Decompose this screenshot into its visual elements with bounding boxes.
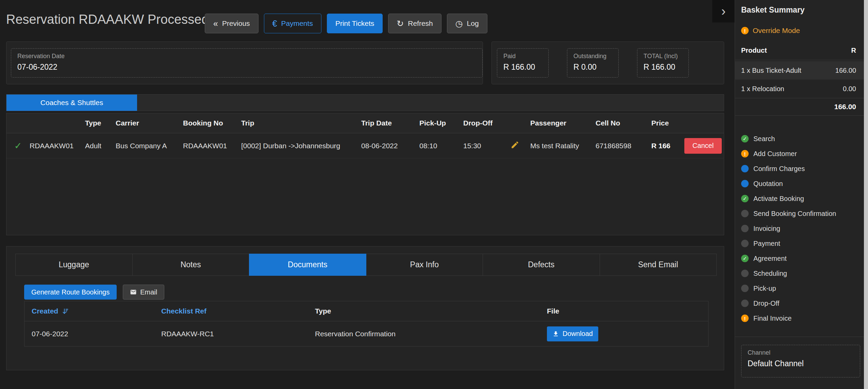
total-incl-value: R 166.00 bbox=[644, 63, 682, 72]
check-icon: ✓ bbox=[14, 140, 22, 151]
document-checklist-ref: RDAAAKW-RC1 bbox=[154, 330, 308, 338]
booking-type: Adult bbox=[85, 142, 116, 150]
col-doc-type-header: Type bbox=[308, 307, 540, 315]
override-mode[interactable]: Override Mode bbox=[741, 26, 800, 35]
generate-route-bookings-button[interactable]: Generate Route Bookings bbox=[24, 285, 117, 300]
checklist-item-payment[interactable]: Payment bbox=[741, 236, 860, 251]
col-trip-date-header: Trip Date bbox=[361, 119, 419, 127]
status-icon bbox=[741, 150, 749, 157]
col-booking-no-header: Booking No bbox=[183, 119, 241, 127]
details-tab[interactable]: Defects bbox=[483, 254, 600, 276]
log-button-label: Log bbox=[467, 19, 479, 28]
status-icon bbox=[741, 225, 749, 232]
vertical-scrollbar[interactable] bbox=[864, 0, 868, 389]
refresh-button-label: Refresh bbox=[408, 19, 433, 28]
details-tab[interactable]: Luggage bbox=[15, 254, 133, 276]
checklist-item-label: Confirm Charges bbox=[753, 165, 805, 173]
cancel-button[interactable]: Cancel bbox=[684, 138, 722, 154]
print-tickets-button[interactable]: Print Tickets bbox=[327, 14, 383, 33]
documents-actions: Generate Route Bookings Email bbox=[24, 285, 164, 300]
checklist-item-label: Activate Booking bbox=[753, 195, 804, 203]
download-button[interactable]: Download bbox=[547, 326, 598, 341]
basket-item-name: 1 x Relocation bbox=[741, 85, 784, 93]
checklist-item-drop-off[interactable]: Drop-Off bbox=[741, 296, 860, 311]
refresh-button[interactable]: ↻ Refresh bbox=[388, 14, 441, 33]
booking-carrier: Bus Company A bbox=[116, 142, 183, 150]
details-panel: Luggage Notes Documents Pax Info Defects… bbox=[6, 246, 724, 370]
warning-icon bbox=[741, 27, 749, 34]
status-icon bbox=[741, 195, 749, 202]
channel-value: Default Channel bbox=[748, 359, 854, 368]
col-price-header: Price bbox=[651, 119, 682, 127]
status-icon bbox=[741, 285, 749, 292]
checklist-item-pick-up[interactable]: Pick-up bbox=[741, 281, 860, 296]
sort-descending-icon bbox=[62, 307, 69, 315]
edit-pencil-icon[interactable] bbox=[508, 140, 519, 149]
booking-passenger: Ms test Ratality bbox=[530, 142, 596, 150]
checklist-item-final-invoice[interactable]: Final Invoice bbox=[741, 311, 860, 326]
channel-label: Channel bbox=[748, 349, 854, 356]
log-button[interactable]: ◷ Log bbox=[447, 14, 487, 33]
booking-no: RDAAAKW01 bbox=[183, 142, 241, 150]
basket-item: 1 x Bus Ticket-Adult 166.00 bbox=[735, 61, 864, 80]
tab-coaches-shuttles[interactable]: Coaches & Shuttles bbox=[6, 95, 137, 111]
checklist-item-scheduling[interactable]: Scheduling bbox=[741, 266, 860, 281]
status-icon bbox=[741, 300, 749, 307]
col-checklist-ref-header[interactable]: Checklist Ref bbox=[154, 307, 308, 315]
total-incl-label: TOTAL (Incl) bbox=[644, 53, 682, 60]
payments-button[interactable]: € Payments bbox=[264, 14, 321, 33]
checklist-item-agreement[interactable]: Agreement bbox=[741, 251, 860, 266]
chevron-right-icon: › bbox=[721, 4, 726, 19]
col-pick-up-header: Pick-Up bbox=[419, 119, 463, 127]
checklist-item-activate-booking[interactable]: Activate Booking bbox=[741, 191, 860, 206]
checklist-item-confirm-charges[interactable]: Confirm Charges bbox=[741, 161, 860, 176]
details-tab[interactable]: Send Email bbox=[600, 254, 717, 276]
checklist-item-label: Pick-up bbox=[753, 285, 776, 292]
checklist-item-send-booking-confirmation[interactable]: Send Booking Confirmation bbox=[741, 206, 860, 221]
status-icon bbox=[741, 270, 749, 277]
checklist-item-label: Invoicing bbox=[753, 225, 780, 233]
booking-ref: RDAAAKW01 bbox=[30, 142, 85, 150]
envelope-icon bbox=[130, 289, 137, 295]
checklist-item-label: Search bbox=[753, 135, 775, 143]
col-trip-header: Trip bbox=[241, 119, 361, 127]
euro-icon: € bbox=[272, 19, 277, 28]
col-passenger-header: Passenger bbox=[530, 119, 596, 127]
status-icon bbox=[741, 210, 749, 217]
reservation-info-panel: Reservation Date 07-06-2022 bbox=[6, 41, 483, 84]
outstanding-value: R 0.00 bbox=[573, 63, 612, 72]
outstanding-label: Outstanding bbox=[573, 53, 612, 60]
col-created-header[interactable]: Created bbox=[24, 307, 154, 315]
sidebar-collapse-button[interactable]: › bbox=[712, 0, 735, 22]
created-header-label: Created bbox=[32, 307, 58, 315]
col-carrier-header: Carrier bbox=[116, 119, 183, 127]
bookings-table: Type Carrier Booking No Trip Trip Date P… bbox=[6, 113, 724, 235]
booking-trip-date: 08-06-2022 bbox=[361, 142, 419, 150]
booking-pick-up: 08:10 bbox=[419, 142, 463, 150]
previous-button[interactable]: « Previous bbox=[205, 14, 258, 33]
reservation-page: Reservation RDAAAKW Processed « Previous… bbox=[0, 0, 868, 389]
checklist-item-quotation[interactable]: Quotation bbox=[741, 176, 860, 191]
divider bbox=[735, 60, 864, 60]
reservation-date-box: Reservation Date 07-06-2022 bbox=[11, 48, 483, 78]
col-file-header: File bbox=[540, 307, 708, 315]
email-button[interactable]: Email bbox=[123, 285, 164, 300]
divider bbox=[735, 337, 864, 337]
print-tickets-button-label: Print Tickets bbox=[335, 19, 374, 28]
basket-item: 1 x Relocation 0.00 bbox=[735, 80, 864, 98]
details-tab[interactable]: Notes bbox=[132, 254, 250, 276]
details-tab[interactable]: Documents bbox=[249, 254, 366, 276]
checklist-item-label: Final Invoice bbox=[753, 315, 791, 322]
checklist-item-add-customer[interactable]: Add Customer bbox=[741, 146, 860, 161]
document-type: Reservation Confirmation bbox=[308, 330, 540, 338]
totals-panel: Paid R 166.00 Outstanding R 0.00 TOTAL (… bbox=[491, 41, 724, 84]
checklist-item-search[interactable]: Search bbox=[741, 131, 860, 146]
booking-trip: [0002] Durban ->Johannesburg bbox=[241, 142, 361, 150]
details-tab[interactable]: Pax Info bbox=[366, 254, 483, 276]
reservation-date-label: Reservation Date bbox=[17, 53, 476, 60]
paid-label: Paid bbox=[503, 53, 542, 60]
history-clock-icon: ◷ bbox=[455, 19, 463, 28]
booking-actions-cell: Cancel bbox=[682, 138, 724, 154]
basket-item-amount: 166.00 bbox=[835, 67, 856, 74]
checklist-item-invoicing[interactable]: Invoicing bbox=[741, 221, 860, 236]
